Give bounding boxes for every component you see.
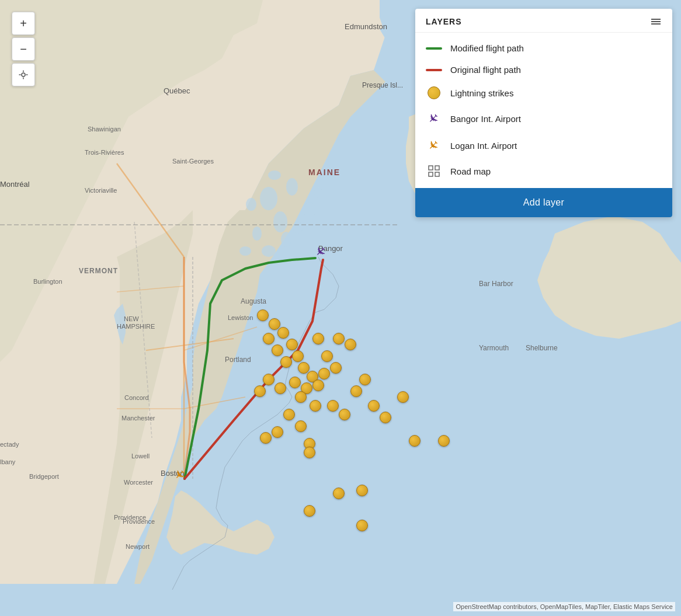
svg-point-10 xyxy=(314,187,322,198)
layers-title: LAYERS xyxy=(426,17,462,26)
svg-rect-63 xyxy=(435,166,439,170)
layer-label: Modified flight path xyxy=(450,43,524,53)
svg-point-11 xyxy=(246,198,256,211)
layer-line-icon xyxy=(426,69,442,71)
zoom-out-button[interactable]: − xyxy=(12,37,35,61)
svg-text:Victoriaville: Victoriaville xyxy=(85,187,117,194)
layer-line-icon xyxy=(426,47,442,50)
layer-dot-icon xyxy=(426,86,442,99)
layer-grid-icon xyxy=(426,165,442,178)
svg-text:Lowell: Lowell xyxy=(131,453,150,460)
svg-text:MAINE: MAINE xyxy=(308,168,340,177)
layer-item-bangor-airport[interactable]: ✈Bangor Int. Airport xyxy=(415,105,672,132)
svg-point-2 xyxy=(286,178,298,196)
svg-text:Québec: Québec xyxy=(164,86,190,95)
svg-point-5 xyxy=(239,246,251,256)
map-attribution: OpenStreetMap contributors, OpenMapTiles… xyxy=(453,602,675,611)
svg-text:VERMONT: VERMONT xyxy=(79,267,118,275)
svg-point-4 xyxy=(252,227,262,241)
svg-rect-64 xyxy=(429,172,433,176)
svg-rect-65 xyxy=(435,172,439,176)
svg-text:Newport: Newport xyxy=(126,543,150,550)
layer-label: Logan Int. Airport xyxy=(450,141,517,151)
layer-item-road-map[interactable]: Road map xyxy=(415,159,672,183)
svg-text:Portland: Portland xyxy=(225,356,251,364)
svg-text:Worcester: Worcester xyxy=(124,479,153,486)
svg-text:lbany: lbany xyxy=(0,458,16,465)
layer-item-logan-airport[interactable]: ✈Logan Int. Airport xyxy=(415,132,672,159)
svg-text:Shelburne: Shelburne xyxy=(526,344,558,352)
svg-text:Shawinigan: Shawinigan xyxy=(88,126,121,133)
map-controls: + − xyxy=(12,12,35,86)
svg-text:HAMPSHIRE: HAMPSHIRE xyxy=(117,323,155,330)
svg-point-9 xyxy=(304,202,315,218)
center-button[interactable] xyxy=(12,63,35,86)
svg-point-6 xyxy=(262,245,276,257)
svg-text:Saint-Georges: Saint-Georges xyxy=(172,158,214,165)
layer-plane-icon: ✈ xyxy=(426,138,442,153)
svg-point-7 xyxy=(281,232,291,247)
svg-rect-62 xyxy=(429,166,433,170)
layer-item-modified-flight-path[interactable]: Modified flight path xyxy=(415,37,672,59)
map-container: Québec Shawinigan Trois-Rivières Victori… xyxy=(0,0,681,616)
svg-text:Providence: Providence xyxy=(123,518,155,525)
svg-text:Trois-Rivières: Trois-Rivières xyxy=(85,149,124,156)
svg-point-12 xyxy=(268,170,281,180)
svg-text:ectady: ectady xyxy=(0,441,19,448)
add-layer-button[interactable]: Add layer xyxy=(415,188,672,217)
svg-point-8 xyxy=(293,222,303,234)
svg-text:Augusta: Augusta xyxy=(241,297,266,305)
layer-item-original-flight-path[interactable]: Original flight path xyxy=(415,59,672,81)
svg-point-3 xyxy=(273,211,287,232)
svg-point-54 xyxy=(22,73,25,76)
svg-text:Presque Isl...: Presque Isl... xyxy=(362,81,403,89)
svg-text:Bridgeport: Bridgeport xyxy=(29,473,59,480)
svg-text:Edmundston: Edmundston xyxy=(345,22,387,31)
layers-list: Modified flight pathOriginal flight path… xyxy=(415,33,672,188)
svg-point-1 xyxy=(260,187,277,210)
svg-text:Montréal: Montréal xyxy=(0,180,30,189)
layer-label: Bangor Int. Airport xyxy=(450,114,521,124)
svg-text:Yarmouth: Yarmouth xyxy=(479,344,509,352)
svg-text:NEW: NEW xyxy=(124,315,139,322)
layers-panel: LAYERS Modified flight pathOriginal flig… xyxy=(415,9,672,217)
layers-header: LAYERS xyxy=(415,9,672,33)
layers-collapse-button[interactable] xyxy=(650,17,662,26)
layer-label: Lightning strikes xyxy=(450,88,513,98)
layer-item-lightning-strikes[interactable]: Lightning strikes xyxy=(415,81,672,105)
svg-text:Burlington: Burlington xyxy=(33,278,62,285)
svg-text:Manchester: Manchester xyxy=(121,415,155,422)
layer-label: Original flight path xyxy=(450,65,521,75)
svg-text:Lewiston: Lewiston xyxy=(228,314,253,321)
layer-plane-icon: ✈ xyxy=(426,111,442,126)
layer-label: Road map xyxy=(450,166,491,176)
zoom-in-button[interactable]: + xyxy=(12,12,35,35)
svg-text:Concord: Concord xyxy=(124,394,149,401)
svg-text:Bar Harbor: Bar Harbor xyxy=(479,280,513,288)
